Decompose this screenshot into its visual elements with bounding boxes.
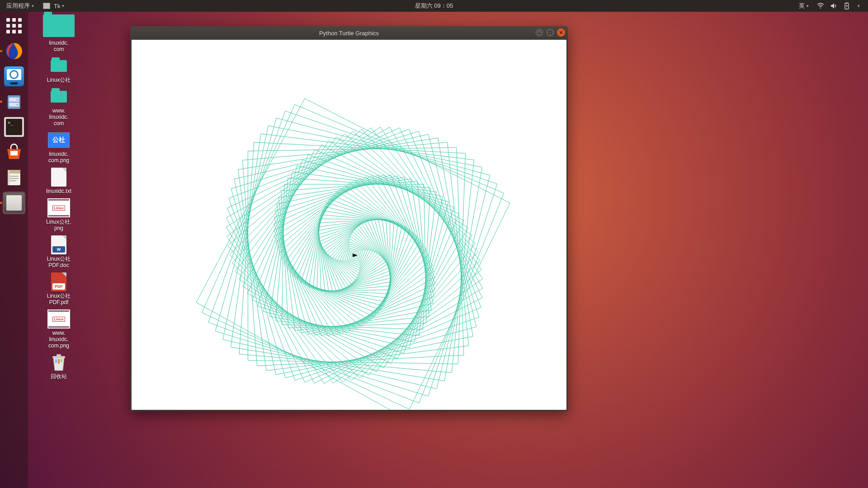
dock-item-tk-window[interactable]: [3, 192, 25, 214]
desktop: linuxidc.com Linux公社 www.linuxidc.com 公社…: [32, 14, 86, 384]
svg-rect-16: [57, 354, 61, 357]
desktop-icon-label: Linux公社PDF.pdf: [36, 293, 81, 305]
svg-point-6: [17, 99, 18, 100]
maximize-button[interactable]: [546, 28, 554, 37]
svg-rect-3: [8, 95, 20, 109]
desktop-doc-file[interactable]: W Linux公社PDF.doc: [36, 236, 81, 268]
dock-item-software[interactable]: [3, 141, 25, 164]
desktop-icon-label: 回收站: [36, 373, 81, 380]
window-icon: [4, 193, 24, 213]
applications-menu[interactable]: 应用程序 ▾: [5, 2, 36, 10]
turtle-canvas: [132, 40, 566, 410]
apps-grid-icon: [6, 18, 22, 33]
screenshot-icon: [4, 66, 24, 86]
dock-item-files[interactable]: [3, 90, 25, 113]
minimize-button[interactable]: [535, 28, 543, 37]
svg-rect-19: [61, 359, 62, 362]
input-method-label: 英: [799, 2, 805, 10]
clock-text: 星期六 09：05: [415, 2, 453, 9]
desktop-folder[interactable]: www.linuxidc.com: [36, 88, 81, 127]
taskbar-app-label: Tk: [54, 3, 60, 9]
show-applications-button[interactable]: [3, 14, 25, 37]
clock[interactable]: 星期六 09：05: [415, 2, 453, 10]
svg-rect-17: [55, 359, 57, 363]
svg-marker-24: [353, 253, 358, 257]
dock-item-text-editor[interactable]: [3, 166, 25, 189]
desktop-pdf-file[interactable]: PDF Linux公社PDF.pdf: [36, 273, 81, 305]
text-editor-icon: [4, 168, 24, 188]
software-center-icon: [4, 142, 24, 162]
svg-rect-21: [549, 31, 552, 34]
desktop-icon-label: linuxidc.txt: [36, 188, 81, 194]
desktop-icon-label: linuxidc.com.png: [36, 151, 81, 164]
svg-rect-10: [8, 170, 20, 174]
desktop-image-file[interactable]: 公社 linuxidc.com.png: [36, 131, 81, 164]
battery-icon[interactable]: [844, 2, 849, 9]
svg-rect-14: [8, 170, 9, 185]
applications-label: 应用程序: [6, 2, 30, 10]
trash-icon: [51, 353, 66, 371]
desktop-image-file[interactable]: Linux www.linuxidc.com.png: [36, 310, 81, 349]
turtle-window[interactable]: Python Turtle Graphics: [130, 26, 568, 411]
svg-rect-1: [846, 3, 848, 4]
desktop-folder[interactable]: linuxidc.com: [36, 14, 81, 52]
turtle-drawing: [132, 40, 566, 410]
desktop-icon-label: www.linuxidc.com.png: [36, 330, 81, 349]
svg-rect-18: [58, 359, 60, 364]
desktop-image-file[interactable]: Linux Linux公社.png: [36, 199, 81, 231]
svg-rect-8: [10, 151, 18, 155]
chevron-down-icon: ▾: [62, 4, 64, 8]
window-titlebar[interactable]: Python Turtle Graphics: [130, 26, 568, 40]
dock-item-firefox[interactable]: [3, 40, 25, 62]
launcher-dock: >_: [0, 12, 28, 488]
files-icon: [4, 92, 24, 112]
dock-item-terminal[interactable]: >_: [3, 116, 25, 138]
taskbar-app-tk[interactable]: Tk ▾: [41, 3, 66, 9]
chevron-down-icon: ▾: [807, 4, 809, 8]
input-method-indicator[interactable]: 英 ▾: [797, 2, 811, 10]
desktop-icon-label: Linux公社PDF.doc: [36, 256, 81, 268]
system-menu[interactable]: ▾: [856, 4, 862, 8]
volume-icon[interactable]: [830, 3, 838, 9]
desktop-icon-label: linuxidc.com: [36, 40, 81, 52]
window-icon: [43, 3, 50, 9]
desktop-icon-label: Linux公社.png: [36, 219, 81, 231]
desktop-icon-label: Linux公社: [36, 77, 81, 83]
terminal-icon: >_: [4, 117, 24, 137]
chevron-down-icon: ▾: [858, 4, 860, 8]
svg-point-7: [17, 104, 18, 105]
dock-item-screenshot[interactable]: [3, 65, 25, 88]
wifi-icon[interactable]: [817, 3, 824, 9]
window-title: Python Turtle Graphics: [319, 30, 379, 37]
desktop-icon-label: www.linuxidc.com: [36, 108, 81, 127]
top-panel: 应用程序 ▾ Tk ▾ 星期六 09：05 英 ▾ ▾: [0, 0, 868, 12]
firefox-icon: [4, 41, 24, 61]
desktop-trash[interactable]: 回收站: [36, 353, 81, 380]
desktop-text-file[interactable]: linuxidc.txt: [36, 168, 81, 194]
chevron-down-icon: ▾: [32, 4, 34, 8]
close-button[interactable]: [557, 28, 565, 37]
desktop-folder[interactable]: Linux公社: [36, 57, 81, 83]
